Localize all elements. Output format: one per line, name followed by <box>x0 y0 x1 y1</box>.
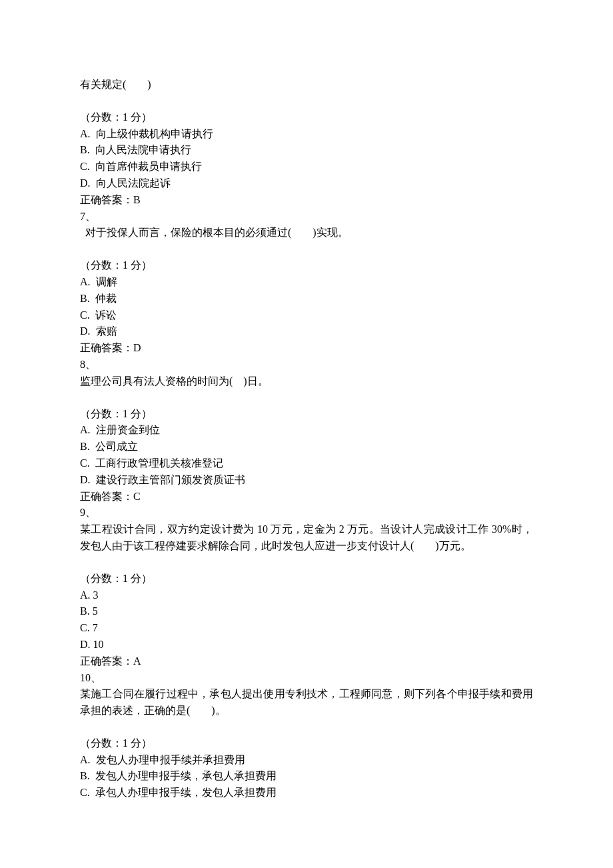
option-d: D. 建设行政主管部门颁发资质证书 <box>80 472 533 489</box>
document-page: 有关规定( ) （分数：1 分） A. 向上级仲裁机构申请执行 B. 向人民法院… <box>0 0 613 868</box>
score-line: （分数：1 分） <box>80 735 533 752</box>
question-10: 10、 某施工合同在履行过程中，承包人提出使用专利技术，工程师同意，则下列各个申… <box>80 670 533 802</box>
stem-text: 某施工合同在履行过程中，承包人提出使用专利技术，工程师同意，则下列各个申报手续和… <box>80 686 533 719</box>
option-c: C. 工商行政管理机关核准登记 <box>80 455 533 472</box>
option-d: D. 向人民法院起诉 <box>80 175 533 192</box>
answer-line: 正确答案：B <box>80 192 533 209</box>
answer-line: 正确答案：A <box>80 653 533 670</box>
score-line: （分数：1 分） <box>80 257 533 274</box>
question-number: 10、 <box>80 670 533 687</box>
option-b: B. 公司成立 <box>80 439 533 455</box>
option-a: A. 注册资金到位 <box>80 422 533 439</box>
score-line: （分数：1 分） <box>80 571 533 587</box>
question-number: 7、 <box>80 209 533 225</box>
option-c: C. 承包人办理申报手续，发包人承担费用 <box>80 785 533 801</box>
option-d: D. 10 <box>80 637 533 653</box>
stem-text: 对于投保人而言，保险的根本目的必须通过( )实现。 <box>80 225 533 241</box>
question-number: 9、 <box>80 505 533 521</box>
option-c: C. 向首席仲裁员申请执行 <box>80 159 533 175</box>
option-a: A. 3 <box>80 587 533 604</box>
question-8: 8、 监理公司具有法人资格的时间为( )日。 （分数：1 分） A. 注册资金到… <box>80 357 533 505</box>
option-c: C. 7 <box>80 620 533 637</box>
question-7: 7、 对于投保人而言，保险的根本目的必须通过( )实现。 （分数：1 分） A.… <box>80 209 533 357</box>
answer-line: 正确答案：D <box>80 340 533 357</box>
option-c: C. 诉讼 <box>80 307 533 324</box>
question-9: 9、 某工程设计合同，双方约定设计费为 10 万元，定金为 2 万元。当设计人完… <box>80 505 533 669</box>
answer-line: 正确答案：C <box>80 489 533 505</box>
score-line: （分数：1 分） <box>80 406 533 423</box>
stem-tail: 有关规定( ) <box>80 77 533 93</box>
question-6-fragment: 有关规定( ) （分数：1 分） A. 向上级仲裁机构申请执行 B. 向人民法院… <box>80 77 533 209</box>
option-b: B. 5 <box>80 603 533 620</box>
score-line: （分数：1 分） <box>80 109 533 126</box>
option-a: A. 向上级仲裁机构申请执行 <box>80 126 533 143</box>
option-a: A. 调解 <box>80 274 533 291</box>
stem-text: 某工程设计合同，双方约定设计费为 10 万元，定金为 2 万元。当设计人完成设计… <box>80 521 533 555</box>
option-b: B. 向人民法院申请执行 <box>80 142 533 159</box>
option-b: B. 仲裁 <box>80 291 533 307</box>
option-d: D. 索赔 <box>80 323 533 340</box>
option-a: A. 发包人办理申报手续并承担费用 <box>80 752 533 769</box>
option-b: B. 发包人办理申报手续，承包人承担费用 <box>80 768 533 785</box>
stem-text: 监理公司具有法人资格的时间为( )日。 <box>80 373 533 390</box>
question-number: 8、 <box>80 357 533 373</box>
